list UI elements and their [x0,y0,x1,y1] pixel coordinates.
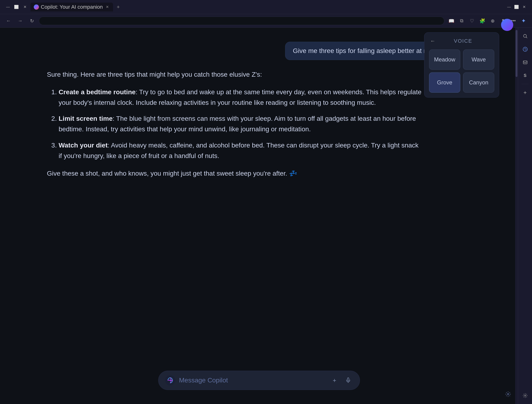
scrollbar-thumb[interactable] [516,30,518,77]
browser-chrome: — ⬜ ✕ Copilot: Your AI companion ✕ + — ⬜… [0,0,532,14]
chat-area: Give me three tips for falling asleep be… [0,28,492,404]
tb-close[interactable]: ✕ [521,4,527,10]
mic-button[interactable] [343,375,353,385]
ai-response: Sure thing. Here are three tips that mig… [47,69,422,179]
tab-title: Copilot: Your AI companion [41,4,103,10]
bottom-input-bar: + [158,371,360,390]
voice-back-button[interactable]: ← [429,37,437,45]
voice-option-meadow[interactable]: Meadow [429,50,460,70]
sidebar-add-button[interactable]: + [520,88,530,97]
voice-option-grove[interactable]: Grove [429,72,460,93]
ai-intro: Sure thing. Here are three tips that mig… [47,69,422,80]
back-button[interactable]: ← [4,16,13,25]
voice-panel: ← VOICE Meadow Wave Grove Canyon [424,32,499,98]
message-input[interactable] [179,377,326,384]
svg-point-3 [507,393,509,395]
user-message-text: Give me three tips for falling asleep be… [293,47,438,54]
sidebar-divider [522,84,529,84]
tip2-bold: Limit screen time [59,115,113,122]
active-tab[interactable]: Copilot: Your AI companion ✕ [31,3,113,12]
maximize-button[interactable]: ⬜ [13,4,20,10]
input-container: + [158,371,360,390]
user-bubble: Give me three tips for falling asleep be… [285,42,445,60]
close-button[interactable]: ✕ [22,4,28,10]
voice-panel-title: VOICE [439,38,487,44]
list-item: Create a bedtime routine: Try to go to b… [59,87,422,108]
tip3-bold: Watch your diet [59,142,108,149]
list-item: Limit screen time: The blue light from s… [59,114,422,135]
ai-closing: Give these a shot, and who knows, you mi… [47,168,422,179]
address-bar[interactable] [39,17,444,25]
sidebar-search-button[interactable] [520,32,530,41]
title-bar-controls: — ⬜ ✕ [506,4,527,10]
svg-rect-6 [523,61,527,64]
voice-option-wave[interactable]: Wave [463,50,494,70]
svg-point-1 [170,380,171,381]
settings-button[interactable] [503,389,513,399]
user-message-container: Give me three tips for falling asleep be… [47,42,445,60]
extensions-button[interactable]: 🧩 [478,16,487,25]
split-button[interactable]: ⧉ [457,16,466,25]
browser-toolbar: ← → ↻ 📖 ⧉ ♡ 🧩 ⊕ ⬆ ••• ✦ [0,14,532,28]
new-tab-button[interactable]: + [114,3,122,11]
sidebar-settings-button[interactable] [520,391,530,400]
svg-point-5 [523,47,527,51]
tip1-bold: Create a bedtime routine [59,88,135,96]
refresh-button[interactable]: ↻ [27,16,37,25]
voice-header: ← VOICE [429,37,494,45]
favorites-button[interactable]: ♡ [467,16,477,25]
list-item: Watch your diet: Avoid heavy meals, caff… [59,140,422,161]
window-controls: — ⬜ ✕ [5,4,28,10]
add-attachment-button[interactable]: + [330,375,340,385]
tab-close-button[interactable]: ✕ [105,5,110,10]
tb-maximize[interactable]: ⬜ [513,4,520,10]
copilot-logo-icon [165,375,175,385]
user-avatar-area [501,19,513,31]
tips-list: Create a bedtime routine: Try to go to b… [47,87,422,161]
sidebar-outlook-button[interactable] [520,58,530,67]
voice-option-canyon[interactable]: Canyon [463,72,494,93]
voice-options-grid: Meadow Wave Grove Canyon [429,50,494,93]
tab-bar: Copilot: Your AI companion ✕ + [31,3,503,12]
input-actions: + [330,375,353,385]
scrollbar-track[interactable] [515,28,518,404]
sidebar-copilot-button[interactable] [520,44,530,54]
toolbar-actions: 📖 ⧉ ♡ 🧩 ⊕ ⬆ ••• ✦ [447,16,528,25]
minimize-button[interactable]: — [5,4,11,10]
avatar[interactable] [501,19,513,31]
sidebar-skype-button[interactable]: S [520,71,530,80]
tip3-text: : Avoid heavy meals, caffeine, and alcoh… [59,142,418,159]
forward-button[interactable]: → [15,16,25,25]
read-mode-button[interactable]: 📖 [447,16,456,25]
tab-favicon [34,5,39,10]
copilot-toolbar-button[interactable]: ✦ [519,16,528,25]
tb-minimize[interactable]: — [506,4,512,10]
content-area: Give me three tips for falling asleep be… [0,28,518,404]
main-layout: Give me three tips for falling asleep be… [0,28,532,404]
right-sidebar: S + [518,28,532,404]
profile-button[interactable]: ⊕ [488,16,497,25]
svg-point-7 [525,395,526,396]
